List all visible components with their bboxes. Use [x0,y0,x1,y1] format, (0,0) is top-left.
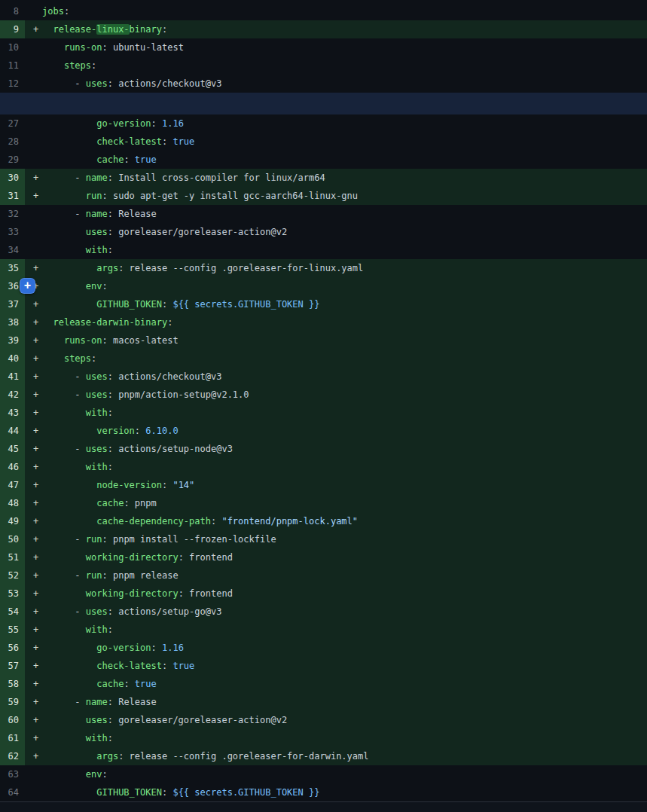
diff-row-12: 12 - uses: actions/checkout@v3 [0,75,647,93]
line-number[interactable]: 53 [0,585,25,603]
line-number[interactable]: 62 [0,747,25,765]
line-number[interactable]: 52 [0,566,25,585]
line-number[interactable]: 12 [0,75,25,93]
code-line: - name: Release [42,693,157,711]
line-number[interactable]: 48 [0,494,25,512]
diff-add-marker: + [25,729,42,747]
diff-bottom-divider [0,801,647,812]
line-number[interactable]: 35 [0,259,25,277]
diff-rows: 8jobs:9+ release-linux-binary:10 runs-on… [0,2,647,801]
line-number[interactable]: 9 [0,20,25,38]
diff-row-28: 28 check-latest: true [0,133,647,151]
code-line: - name: Release [42,205,157,223]
diff-row-52: 52+ - run: pnpm release [0,566,647,585]
line-number[interactable]: 34 [0,241,25,259]
line-number[interactable]: 37 [0,295,25,313]
code-line: release-darwin-binary: [42,313,172,331]
code-line: - name: Install cross-compiler for linux… [42,169,325,187]
code-line: env: [42,765,108,783]
line-number[interactable]: 56 [0,639,25,657]
line-number[interactable]: 51 [0,548,25,566]
code-line: version: 6.10.0 [42,422,179,440]
code-line: uses: goreleaser/goreleaser-action@v2 [42,223,287,241]
line-number[interactable]: 49 [0,512,25,530]
line-number[interactable]: 63 [0,765,25,783]
line-number[interactable]: 59 [0,693,25,711]
line-number[interactable]: 58 [0,675,25,693]
diff-marker-empty [25,56,42,75]
diff-add-marker: + [25,386,42,404]
line-number[interactable]: 27 [0,114,25,133]
diff-add-marker: + [25,548,42,566]
line-number[interactable]: 40 [0,350,25,368]
diff-marker-empty [25,38,42,56]
code-line: check-latest: true [42,657,194,675]
line-number[interactable]: 32 [0,205,25,223]
code-line: uses: goreleaser/goreleaser-action@v2 [42,711,287,729]
hunk-expander[interactable] [0,93,647,114]
line-number[interactable]: 57 [0,657,25,675]
line-number[interactable]: 45 [0,440,25,458]
code-line: release-linux-binary: [42,20,167,38]
diff-add-marker: + [25,331,42,350]
diff-row-46: 46+ with: [0,458,647,476]
diff-add-marker: + [25,494,42,512]
line-number[interactable]: 42 [0,386,25,404]
diff-add-marker: + [25,20,42,38]
diff-row-49: 49+ cache-dependency-path: "frontend/pnp… [0,512,647,530]
diff-row-29: 29 cache: true [0,151,647,169]
line-number[interactable]: 11 [0,56,25,75]
diff-row-44: 44+ version: 6.10.0 [0,422,647,440]
line-number[interactable]: 44 [0,422,25,440]
diff-row-43: 43+ with: [0,404,647,422]
diff-row-40: 40+ steps: [0,350,647,368]
diff-row-30: 30+ - name: Install cross-compiler for l… [0,169,647,187]
line-number[interactable]: 10 [0,38,25,56]
diff-row-63: 63 env: [0,765,647,783]
code-line: args: release --config .goreleaser-for-d… [42,747,369,765]
diff-row-36: 36++ env: [0,277,647,295]
diff-marker-empty [25,241,42,259]
line-number[interactable]: 60 [0,711,25,729]
line-number[interactable]: 39 [0,331,25,350]
line-number[interactable]: 8 [0,2,25,20]
line-number[interactable]: 55 [0,621,25,639]
add-comment-button[interactable]: + [20,278,35,294]
code-line: steps: [42,350,96,368]
code-line: runs-on: ubuntu-latest [42,38,184,56]
diff-row-11: 11 steps: [0,56,647,75]
diff-row-45: 45+ - uses: actions/setup-node@v3 [0,440,647,458]
line-number[interactable]: 46 [0,458,25,476]
line-number[interactable]: 33 [0,223,25,241]
code-line: GITHUB_TOKEN: ${{ secrets.GITHUB_TOKEN }… [42,783,319,801]
line-number[interactable]: 54 [0,603,25,621]
diff-row-55: 55+ with: [0,621,647,639]
line-number[interactable]: 31 [0,187,25,205]
diff-add-marker: + [25,422,42,440]
line-number[interactable]: 41 [0,368,25,386]
code-line: with: [42,729,113,747]
code-line: run: sudo apt-get -y install gcc-aarch64… [42,187,358,205]
line-number[interactable]: 28 [0,133,25,151]
diff-row-61: 61+ with: [0,729,647,747]
diff-marker-empty [25,133,42,151]
line-number[interactable]: 38 [0,313,25,331]
diff-row-39: 39+ runs-on: macos-latest [0,331,647,350]
diff-marker-empty [25,2,42,20]
line-number[interactable]: 29 [0,151,25,169]
code-line: - run: pnpm release [42,566,179,585]
code-line: runs-on: macos-latest [42,331,179,350]
diff-row-59: 59+ - name: Release [0,693,647,711]
line-number[interactable]: 64 [0,783,25,801]
line-number[interactable]: 43 [0,404,25,422]
line-number[interactable]: 30 [0,169,25,187]
code-line: args: release --config .goreleaser-for-l… [42,259,363,277]
line-number[interactable]: 50 [0,530,25,548]
code-line: cache: true [42,675,157,693]
line-number[interactable]: 61 [0,729,25,747]
code-line: cache: pnpm [42,494,157,512]
code-line: with: [42,241,113,259]
diff-row-9: 9+ release-linux-binary: [0,20,647,38]
line-number[interactable]: 47 [0,476,25,494]
diff-row-8: 8jobs: [0,2,647,20]
